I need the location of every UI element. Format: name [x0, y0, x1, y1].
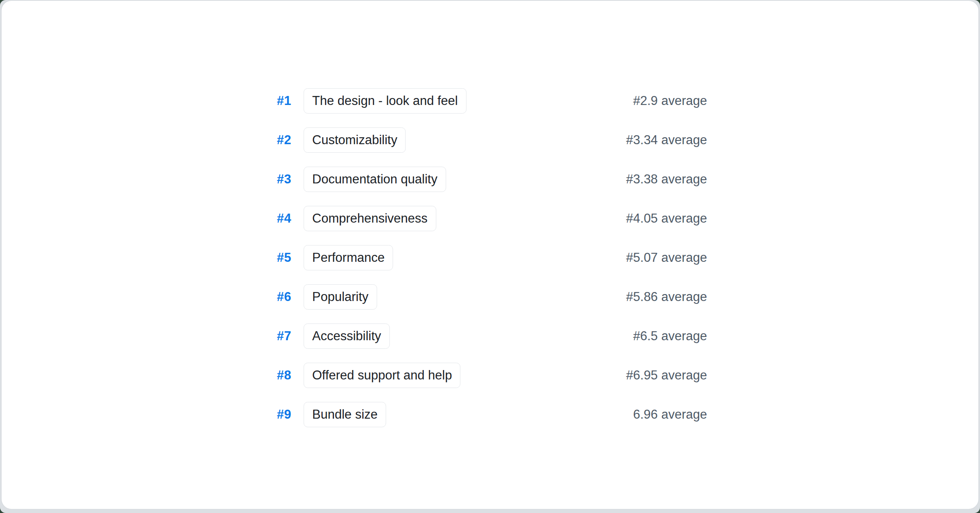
average-score: #5.86 average [626, 290, 707, 304]
option-chip[interactable]: Documentation quality [304, 167, 446, 192]
rank-number: #1 [273, 94, 292, 108]
ranking-row: #7 Accessibility #6.5 average [273, 317, 707, 356]
average-score: #3.38 average [626, 172, 707, 187]
rank-number: #9 [273, 407, 292, 422]
ranking-row: #1 The design - look and feel #2.9 avera… [273, 81, 707, 120]
average-score: 6.96 average [633, 407, 707, 422]
ranking-row: #3 Documentation quality #3.38 average [273, 160, 707, 199]
option-chip[interactable]: Performance [304, 245, 393, 270]
average-score: #5.07 average [626, 250, 707, 265]
rank-number: #6 [273, 290, 292, 304]
ranking-row: #5 Performance #5.07 average [273, 238, 707, 277]
average-score: #3.34 average [626, 133, 707, 147]
rank-number: #5 [273, 250, 292, 265]
rank-number: #2 [273, 133, 292, 147]
ranking-row: #9 Bundle size 6.96 average [273, 395, 707, 434]
ranking-list: #1 The design - look and feel #2.9 avera… [273, 81, 707, 434]
rank-number: #8 [273, 368, 292, 383]
average-score: #4.05 average [626, 211, 707, 226]
results-card: #1 The design - look and feel #2.9 avera… [1, 0, 979, 510]
ranking-row: #8 Offered support and help #6.95 averag… [273, 356, 707, 395]
ranking-row: #6 Popularity #5.86 average [273, 277, 707, 317]
ranking-row: #4 Comprehensiveness #4.05 average [273, 199, 707, 238]
option-chip[interactable]: Customizability [304, 127, 406, 153]
option-chip[interactable]: Popularity [304, 284, 377, 310]
average-score: #2.9 average [633, 94, 707, 108]
option-chip[interactable]: Comprehensiveness [304, 206, 437, 231]
ranking-row: #2 Customizability #3.34 average [273, 120, 707, 160]
option-chip[interactable]: Bundle size [304, 402, 386, 427]
average-score: #6.5 average [633, 329, 707, 343]
option-chip[interactable]: Accessibility [304, 323, 390, 349]
rank-number: #4 [273, 211, 292, 226]
option-chip[interactable]: Offered support and help [304, 363, 461, 388]
average-score: #6.95 average [626, 368, 707, 383]
rank-number: #7 [273, 329, 292, 343]
option-chip[interactable]: The design - look and feel [304, 88, 467, 114]
rank-number: #3 [273, 172, 292, 187]
